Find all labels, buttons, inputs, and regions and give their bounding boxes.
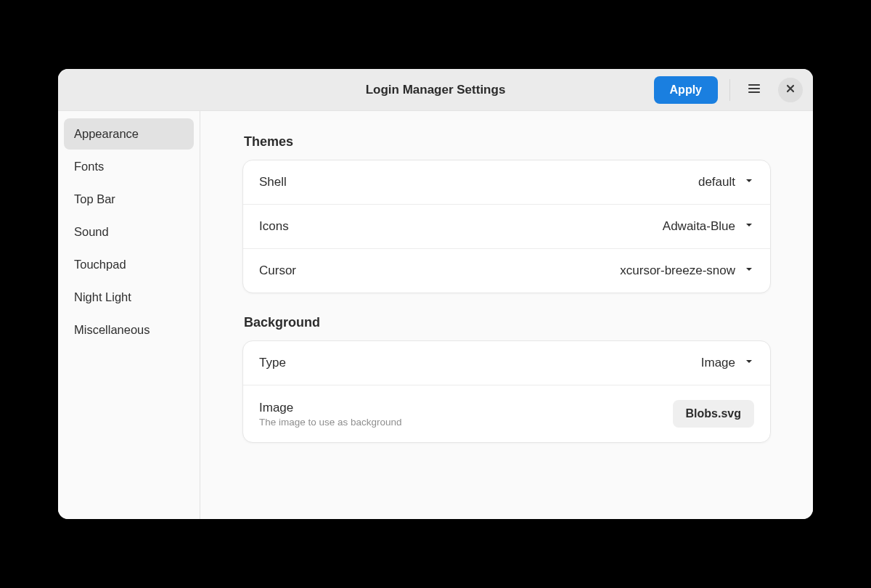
row-cursor-value-group: xcursor-breeze-snow xyxy=(620,264,754,278)
row-icons-label: Icons xyxy=(259,219,289,234)
row-bg-type-value-group: Image xyxy=(701,356,754,370)
row-cursor[interactable]: Cursor xcursor-breeze-snow xyxy=(243,249,770,293)
sidebar: Appearance Fonts Top Bar Sound Touchpad … xyxy=(58,111,200,519)
row-bg-type-label: Type xyxy=(259,356,286,370)
apply-button[interactable]: Apply xyxy=(654,76,718,104)
row-bg-image-left: Image The image to use as background xyxy=(259,401,402,428)
hamburger-icon xyxy=(748,82,761,97)
settings-window: Login Manager Settings Apply Appearance … xyxy=(58,69,813,519)
row-bg-image-label: Image xyxy=(259,401,402,415)
chevron-down-icon xyxy=(744,356,754,370)
sidebar-item-touchpad[interactable]: Touchpad xyxy=(64,249,194,280)
bg-image-file-button[interactable]: Blobs.svg xyxy=(673,400,754,428)
window-body: Appearance Fonts Top Bar Sound Touchpad … xyxy=(58,111,813,519)
chevron-down-icon xyxy=(744,219,754,234)
titlebar: Login Manager Settings Apply xyxy=(58,69,813,111)
row-shell-value: default xyxy=(698,175,735,189)
chevron-down-icon xyxy=(744,175,754,189)
row-cursor-value: xcursor-breeze-snow xyxy=(620,264,735,278)
section-title-themes: Themes xyxy=(244,134,771,150)
row-icons-value-group: Adwaita-Blue xyxy=(663,219,754,234)
row-shell[interactable]: Shell default xyxy=(243,160,770,205)
content-area: Themes Shell default Icons Adwaita-Blue xyxy=(200,111,813,519)
themes-card: Shell default Icons Adwaita-Blue xyxy=(242,160,771,293)
chevron-down-icon xyxy=(744,264,754,278)
hamburger-menu-button[interactable] xyxy=(742,78,766,102)
row-shell-label: Shell xyxy=(259,175,287,189)
close-button[interactable] xyxy=(778,78,803,102)
sidebar-item-sound[interactable]: Sound xyxy=(64,216,194,248)
row-bg-image-right: Blobs.svg xyxy=(673,400,754,428)
titlebar-actions: Apply xyxy=(654,76,803,104)
section-title-background: Background xyxy=(244,315,771,330)
row-bg-type-value: Image xyxy=(701,356,735,370)
row-cursor-label: Cursor xyxy=(259,264,296,278)
row-icons[interactable]: Icons Adwaita-Blue xyxy=(243,205,770,249)
sidebar-item-top-bar[interactable]: Top Bar xyxy=(64,184,194,215)
close-icon xyxy=(785,83,796,96)
row-bg-image-sub: The image to use as background xyxy=(259,417,402,428)
sidebar-item-night-light[interactable]: Night Light xyxy=(64,282,194,313)
sidebar-item-miscellaneous[interactable]: Miscellaneous xyxy=(64,314,194,346)
row-bg-type[interactable]: Type Image xyxy=(243,341,770,385)
sidebar-item-fonts[interactable]: Fonts xyxy=(64,151,194,182)
background-card: Type Image Image The image to use as bac… xyxy=(242,340,771,443)
row-shell-value-group: default xyxy=(698,175,754,189)
sidebar-item-appearance[interactable]: Appearance xyxy=(64,118,194,150)
titlebar-separator xyxy=(729,79,730,101)
row-bg-image: Image The image to use as background Blo… xyxy=(243,385,770,442)
row-icons-value: Adwaita-Blue xyxy=(663,219,735,234)
